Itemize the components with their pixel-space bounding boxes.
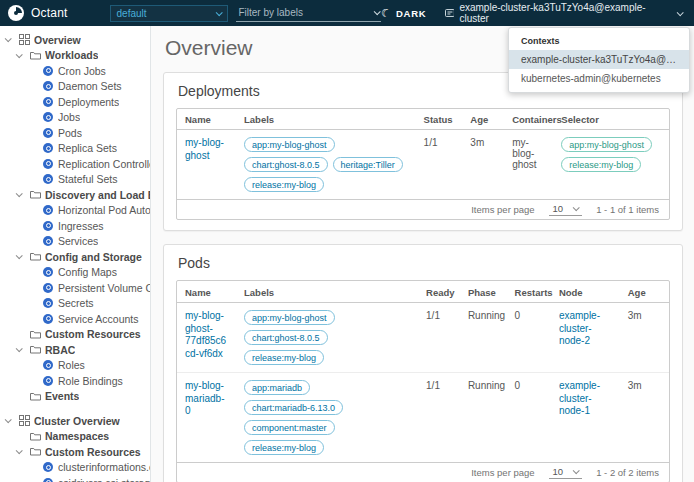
resource-icon xyxy=(43,128,53,138)
column-header-status[interactable]: Status xyxy=(416,109,463,129)
items-per-page-label: Items per page xyxy=(471,467,534,478)
items-per-page-select[interactable]: 10 xyxy=(549,203,583,216)
tree-icon-wrap xyxy=(29,392,41,401)
label-badge[interactable]: chart:ghost-8.0.5 xyxy=(244,157,328,172)
column-header-age[interactable]: Age xyxy=(462,109,504,129)
context-option[interactable]: example-cluster-ka3TuTzYo4a@example-clu.… xyxy=(509,50,689,69)
table-cell: app:my-blog-ghostchart:ghost-8.0.5releas… xyxy=(236,303,418,372)
sidebar-item-namespaces[interactable]: Namespaces xyxy=(0,429,150,445)
column-header-name[interactable]: Name xyxy=(177,109,236,129)
sidebar-item-config-and-storage[interactable]: Config and Storage xyxy=(0,249,150,265)
sidebar-item-deployments[interactable]: Deployments xyxy=(0,94,150,110)
column-header-labels[interactable]: Labels xyxy=(236,281,418,302)
label-badge[interactable]: release:my-blog xyxy=(244,350,324,365)
column-header-node[interactable]: Node xyxy=(551,281,620,302)
chevron-down-icon[interactable] xyxy=(16,191,23,198)
sidebar-item-workloads[interactable]: Workloads xyxy=(0,48,150,64)
sidebar-item-replication-controllers[interactable]: Replication Controllers xyxy=(0,156,150,172)
tree-icon-wrap xyxy=(29,330,41,339)
sidebar-item-label: Events xyxy=(45,390,79,402)
sidebar-item-events[interactable]: Events xyxy=(0,389,150,405)
label-filter-input[interactable]: Filter by labels xyxy=(236,5,381,22)
sidebar-item-daemon-sets[interactable]: Daemon Sets xyxy=(0,79,150,95)
chevron-down-icon[interactable] xyxy=(16,448,23,455)
tree-icon-wrap xyxy=(42,267,54,277)
label-badge[interactable]: app:my-blog-ghost xyxy=(561,137,652,152)
column-header-selector[interactable]: Selector xyxy=(553,109,669,129)
label-badge[interactable]: app:my-blog-ghost xyxy=(244,310,335,325)
sidebar-item-roles[interactable]: Roles xyxy=(0,358,150,374)
datagrid-header: NameLabelsReadyPhaseRestartsNodeAge xyxy=(177,281,669,303)
column-header-ready[interactable]: Ready xyxy=(418,281,460,302)
context-option[interactable]: kubernetes-admin@kubernetes xyxy=(509,69,689,88)
column-header-labels[interactable]: Labels xyxy=(236,109,416,129)
table-cell: app:mariadbchart:mariadb-6.13.0component… xyxy=(236,373,418,462)
cell-link[interactable]: example-cluster-node-1 xyxy=(559,380,600,416)
sidebar-item-cron-jobs[interactable]: Cron Jobs xyxy=(0,63,150,79)
items-per-page-select[interactable]: 10 xyxy=(549,466,583,479)
label-badge[interactable]: release:my-blog xyxy=(561,157,641,172)
chevron-down-icon[interactable] xyxy=(16,51,23,58)
column-header-label: Ready xyxy=(426,287,455,298)
sidebar-item-secrets[interactable]: Secrets xyxy=(0,296,150,312)
sidebar-item-label: Config Maps xyxy=(58,266,117,278)
context-selector[interactable]: example-cluster-ka3TuTzYo4a@example-clus… xyxy=(445,2,686,24)
sidebar-item-discovery-and-load-balancing[interactable]: Discovery and Load Balancing xyxy=(0,187,150,203)
sidebar-item-custom-resources[interactable]: Custom Resources xyxy=(0,444,150,460)
chevron-down-icon[interactable] xyxy=(5,36,12,43)
sidebar-item-label: Deployments xyxy=(58,96,119,108)
table-cell: app:my-blog-ghostrelease:my-blog xyxy=(553,130,669,199)
app-logo[interactable]: Octant xyxy=(8,5,68,21)
cell-link[interactable]: example-cluster-node-2 xyxy=(559,310,600,346)
label-badge[interactable]: chart:ghost-8.0.5 xyxy=(244,330,328,345)
sidebar-item-jobs[interactable]: Jobs xyxy=(0,110,150,126)
column-header-name[interactable]: Name xyxy=(177,281,236,302)
label-badge[interactable]: component:master xyxy=(244,420,335,435)
sidebar-item-services[interactable]: Services xyxy=(0,234,150,250)
cell-text: 0 xyxy=(515,310,521,321)
label-badge[interactable]: release:my-blog xyxy=(244,440,324,455)
sidebar-item-stateful-sets[interactable]: Stateful Sets xyxy=(0,172,150,188)
sidebar-item-csidrivers-csi-storage-k8s-io[interactable]: csidrivers.csi.storage.k8s.io xyxy=(0,475,150,482)
items-per-page-value: 10 xyxy=(553,466,564,477)
tree-icon-wrap xyxy=(42,81,54,91)
column-header-phase[interactable]: Phase xyxy=(460,281,507,302)
cell-link[interactable]: my-blog-ghost-77df85c6cd-vf6dx xyxy=(185,310,226,359)
column-header-label: Name xyxy=(185,287,211,298)
resource-icon xyxy=(43,221,53,231)
chevron-down-icon[interactable] xyxy=(16,346,23,353)
sidebar-item-label: Ingresses xyxy=(58,220,104,232)
column-header-age[interactable]: Age xyxy=(620,281,669,302)
column-header-restarts[interactable]: Restarts xyxy=(507,281,551,302)
sidebar-item-rbac[interactable]: RBAC xyxy=(0,342,150,358)
resource-icon xyxy=(43,298,53,308)
tree-icon-wrap xyxy=(42,360,54,370)
sidebar-item-clusterinformations-crd-projec[interactable]: clusterinformations.crd.projec xyxy=(0,460,150,476)
card-deployments: DeploymentsNameLabelsStatusAgeContainers… xyxy=(163,72,683,231)
cell-link[interactable]: my-blog-ghost xyxy=(185,137,224,161)
label-badge[interactable]: heritage:Tiller xyxy=(333,157,403,172)
label-badge[interactable]: chart:mariadb-6.13.0 xyxy=(244,400,343,415)
dark-theme-toggle[interactable]: ☾ DARK xyxy=(381,7,427,20)
chevron-down-icon[interactable] xyxy=(5,417,12,424)
cell-link[interactable]: my-blog-mariadb-0 xyxy=(185,380,224,416)
column-header-containers[interactable]: Containers xyxy=(504,109,553,129)
namespace-select[interactable]: default xyxy=(110,5,229,22)
sidebar-item-horizontal-pod-autoscalers[interactable]: Horizontal Pod Autoscalers xyxy=(0,203,150,219)
sidebar-item-service-accounts[interactable]: Service Accounts xyxy=(0,311,150,327)
sidebar-item-cluster-overview[interactable]: Cluster Overview xyxy=(0,413,150,429)
sidebar-item-custom-resources[interactable]: Custom Resources xyxy=(0,327,150,343)
label-badge[interactable]: app:my-blog-ghost xyxy=(244,137,335,152)
sidebar-item-overview[interactable]: Overview xyxy=(0,32,150,48)
datagrid: NameLabelsReadyPhaseRestartsNodeAgemy-bl… xyxy=(176,280,670,482)
sidebar-item-persistent-volume-claims[interactable]: Persistent Volume Claims xyxy=(0,280,150,296)
sidebar-item-pods[interactable]: Pods xyxy=(0,125,150,141)
label-badge[interactable]: app:mariadb xyxy=(244,380,310,395)
sidebar-item-role-bindings[interactable]: Role Bindings xyxy=(0,373,150,389)
sidebar-item-config-maps[interactable]: Config Maps xyxy=(0,265,150,281)
resource-icon xyxy=(43,478,53,482)
label-badge[interactable]: release:my-blog xyxy=(244,177,324,192)
chevron-down-icon[interactable] xyxy=(16,253,23,260)
sidebar-item-ingresses[interactable]: Ingresses xyxy=(0,218,150,234)
sidebar-item-replica-sets[interactable]: Replica Sets xyxy=(0,141,150,157)
